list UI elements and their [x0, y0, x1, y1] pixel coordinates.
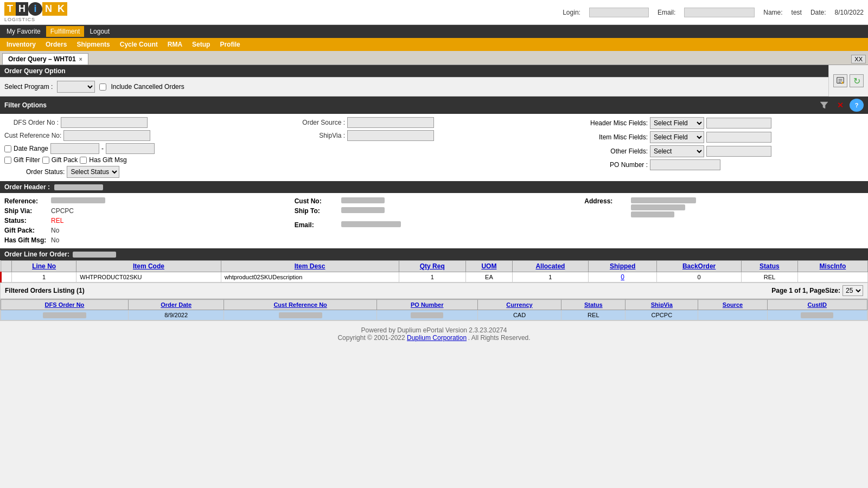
col-item-code-link[interactable]: Item Code	[133, 262, 164, 270]
col-item-desc-link[interactable]: Item Desc	[295, 262, 326, 270]
refresh-icon[interactable]: ↻	[850, 74, 864, 87]
fo-col-date-link[interactable]: Order Date	[161, 301, 192, 308]
fo-col-dfs-link[interactable]: DFS Order No	[45, 301, 85, 308]
nav-rma[interactable]: RMA	[163, 39, 187, 50]
header-misc-input[interactable]	[706, 118, 771, 129]
fo-row-cust-ref	[224, 310, 376, 320]
fo-col-custid-link[interactable]: CustID	[808, 301, 827, 308]
tab-order-query[interactable]: Order Query – WHT01 ×	[2, 53, 88, 65]
fo-col-shipvia-link[interactable]: ShipVia	[651, 301, 673, 308]
fo-col-status-link[interactable]: Status	[584, 301, 603, 308]
order-status-select[interactable]: Select Status	[67, 166, 119, 178]
date-to-input[interactable]	[106, 143, 155, 154]
nav-orders[interactable]: Orders	[41, 39, 71, 50]
nav-myfavorite[interactable]: My Favorite	[2, 26, 45, 37]
item-misc-input[interactable]	[706, 132, 771, 143]
nav-setup[interactable]: Setup	[188, 39, 214, 50]
fo-col-currency: Currency	[477, 300, 561, 310]
col-uom-link[interactable]: UOM	[481, 262, 496, 270]
email-input[interactable]	[684, 8, 755, 17]
filtered-orders-title: Filtered Orders Listing	[5, 287, 75, 294]
row-backorder: 0	[657, 272, 742, 282]
include-cancelled-checkbox[interactable]	[99, 84, 106, 91]
logo-k: K	[55, 2, 67, 16]
fo-col-dfs-order: DFS Order No	[1, 300, 129, 310]
gift-filter-label: Gift Filter	[14, 156, 40, 164]
logo-i: i	[28, 2, 42, 16]
date-range-checkbox[interactable]	[4, 145, 11, 152]
fo-col-custid: CustID	[767, 300, 867, 310]
select-program-dropdown[interactable]	[57, 81, 95, 93]
gift-pack-checkbox[interactable]	[42, 157, 49, 164]
cust-ref-input[interactable]	[63, 130, 150, 141]
col-line-no: Line No	[12, 261, 76, 272]
row-item-desc: whtproduct02SKUDescription	[221, 272, 399, 282]
dfs-order-input[interactable]	[61, 117, 148, 128]
fo-col-po-link[interactable]: PO Number	[411, 301, 444, 308]
fo-col-currency-link[interactable]: Currency	[506, 301, 532, 308]
fo-row-order-date: 8/9/2022	[128, 310, 224, 320]
filtered-table-row[interactable]: 8/9/2022 CAD REL CPCPC	[1, 310, 867, 320]
other-fields-select[interactable]: Select	[650, 145, 704, 157]
has-gift-msg-checkbox[interactable]	[80, 157, 87, 164]
nav-inventory[interactable]: Inventory	[2, 39, 40, 50]
ship-via-input[interactable]	[347, 130, 434, 141]
nav-fulfillment[interactable]: Fulfillment	[46, 26, 85, 37]
help-icon[interactable]: ?	[850, 99, 864, 112]
footer-company-link[interactable]: Duplium Corporation	[407, 334, 467, 342]
order-source-input[interactable]	[347, 117, 434, 128]
fo-row-status: REL	[561, 310, 626, 320]
tab-close-right-button[interactable]: XX	[851, 55, 866, 63]
oh-address-line3	[631, 211, 674, 217]
order-header-body: Reference: Ship Via: CPCPC Status: REL G…	[0, 193, 868, 248]
fo-dfs-order-link[interactable]	[43, 311, 86, 319]
fo-row-custid	[767, 310, 867, 320]
login-input[interactable]	[589, 8, 649, 17]
fo-row-currency: CAD	[477, 310, 561, 320]
fo-col-cust-ref-link[interactable]: Cust Reference No	[273, 301, 327, 308]
col-shipped: Shipped	[589, 261, 657, 272]
export-icon[interactable]	[833, 74, 847, 87]
filter-icon[interactable]	[817, 99, 831, 112]
row-allocated: 1	[512, 272, 588, 282]
fo-row-po	[376, 310, 477, 320]
shipped-link[interactable]: 0	[621, 273, 624, 281]
nav-logout[interactable]: Logout	[85, 26, 114, 37]
col-shipped-link[interactable]: Shipped	[610, 262, 635, 270]
has-gift-msg-label: Has Gift Msg	[89, 156, 126, 164]
col-item-code: Item Code	[76, 261, 221, 272]
oh-ship-via-label: Ship Via:	[4, 207, 48, 215]
filtered-orders-table: DFS Order No Order Date Cust Reference N…	[1, 299, 867, 320]
gift-filter-checkbox[interactable]	[4, 157, 11, 164]
nav-cycle-count[interactable]: Cycle Count	[116, 39, 162, 50]
nav-shipments[interactable]: Shipments	[72, 39, 114, 50]
date-from-input[interactable]	[50, 143, 99, 154]
row-status: REL	[741, 272, 797, 282]
po-number-label: PO Number :	[577, 161, 648, 169]
col-line-no-link[interactable]: Line No	[32, 262, 56, 270]
tab-close-icon[interactable]: ×	[79, 56, 82, 62]
filter-options-title: Filter Options	[4, 101, 47, 109]
order-header-id	[54, 184, 103, 190]
row-line-no: 1	[12, 272, 76, 282]
gift-pack-label: Gift Pack	[52, 156, 78, 164]
fo-col-source-link[interactable]: Source	[723, 301, 743, 308]
page-size-select[interactable]: 25	[843, 285, 863, 296]
include-cancelled-label: Include Cancelled Orders	[111, 83, 184, 91]
col-backorder-link[interactable]: BackOrder	[682, 262, 716, 270]
oh-address-line2	[631, 204, 685, 210]
col-miscinfo-link[interactable]: MiscInfo	[820, 262, 846, 270]
oh-ship-via-value: CPCPC	[51, 207, 74, 215]
col-qty-req-link[interactable]: Qty Req	[420, 262, 445, 270]
header-misc-select[interactable]: Select Field	[650, 117, 704, 129]
col-allocated: Allocated	[512, 261, 588, 272]
col-status-link[interactable]: Status	[760, 262, 780, 270]
nav-profile[interactable]: Profile	[215, 39, 244, 50]
other-fields-input[interactable]	[706, 146, 771, 157]
clear-filter-icon[interactable]: ✕	[833, 99, 847, 112]
row-shipped: 0	[589, 272, 657, 282]
po-number-input[interactable]	[650, 159, 720, 170]
col-allocated-link[interactable]: Allocated	[535, 262, 565, 270]
item-misc-select[interactable]: Select Field	[650, 131, 704, 143]
filtered-orders-header: Filtered Orders Listing (1) Page 1 of 1,…	[0, 282, 868, 299]
